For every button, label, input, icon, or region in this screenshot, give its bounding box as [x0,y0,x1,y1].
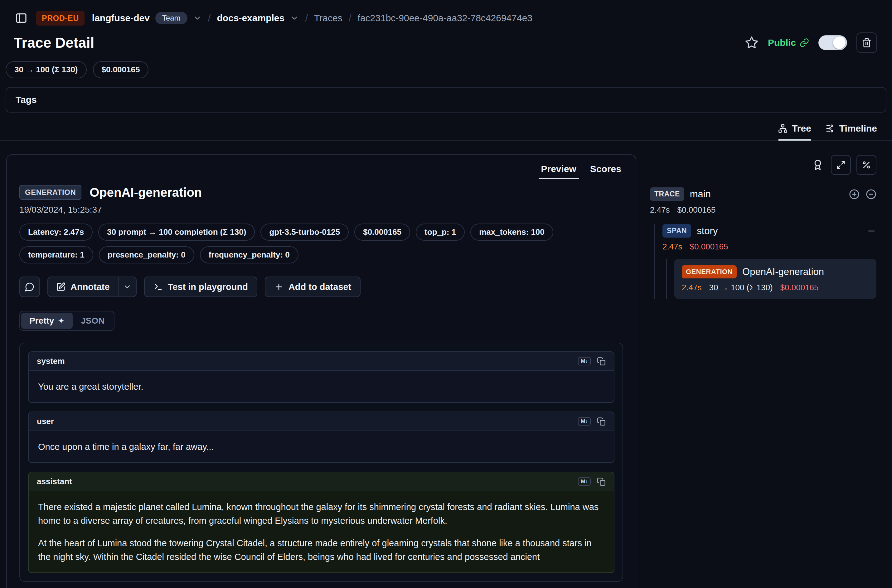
observation-timestamp: 19/03/2024, 15:25:37 [20,205,623,215]
header-actions: Public [745,32,877,53]
test-in-playground-button[interactable]: Test in playground [144,276,257,297]
message-content: There existed a majestic planet called L… [29,491,614,572]
tab-timeline[interactable]: Timeline [826,123,877,140]
breadcrumb-separator: / [305,12,308,24]
collapse-node-button[interactable] [866,226,876,236]
span-latency: 2.47s [662,242,682,252]
collapse-all-button[interactable] [866,189,876,200]
tree-node-generation-selected[interactable]: GENERATION OpenAI-generation 2.47s 30 → … [674,259,876,298]
message-system: system M↓ You are a great storyteller. [28,351,614,403]
tree-node-trace[interactable]: TRACE main [650,188,876,201]
observation-metadata-pills: Latency: 2.47s 30 prompt → 100 completio… [20,224,615,264]
chevron-down-icon [123,282,132,291]
copy-button[interactable] [597,417,606,426]
add-to-dataset-label: Add to dataset [288,282,351,292]
expand-collapse-button[interactable] [831,155,851,175]
link-icon [800,38,809,47]
message-header: user M↓ [29,412,614,431]
percent-icon [862,160,871,170]
add-to-dataset-button[interactable]: Add to dataset [265,276,360,297]
frequency-penalty-pill: frequency_penalty: 0 [200,246,299,264]
copy-button[interactable] [597,477,606,486]
copy-button[interactable] [597,357,606,366]
tab-tree-label: Tree [792,123,811,134]
view-tabs: Tree Timeline [0,112,892,141]
public-link[interactable]: Public [768,38,809,48]
award-icon [812,159,823,171]
span-badge: SPAN [662,224,691,238]
chevron-down-icon[interactable] [290,14,299,22]
message-header-icons: M↓ [578,477,606,486]
generation-type-badge: GENERATION [20,185,81,200]
generation-tokens: 30 → 100 (Σ 130) [709,283,773,292]
sidebar-toggle-button[interactable] [14,10,29,26]
format-json-option[interactable]: JSON [73,313,113,329]
trace-row-actions [849,189,876,200]
public-label: Public [768,38,796,48]
markdown-toggle-icon[interactable]: M↓ [578,477,591,486]
annotate-split-button: Annotate [47,276,137,297]
expand-all-button[interactable] [849,189,860,200]
breadcrumb: langfuse-dev Team / docs-examples / Trac… [92,12,532,24]
bookmark-star-button[interactable] [745,36,758,50]
trace-children: SPAN story 2.47s $0.000165 GENERAT [654,224,876,298]
observation-tabs: Preview Scores [7,155,636,179]
annotate-button[interactable]: Annotate [48,277,118,297]
span-name: story [697,225,718,237]
chevron-down-icon[interactable] [193,14,202,22]
public-toggle[interactable] [818,35,847,50]
model-pill[interactable]: gpt-3.5-turbo-0125 [260,224,349,241]
breadcrumb-project[interactable]: docs-examples [217,13,284,23]
markdown-toggle-icon[interactable]: M↓ [578,357,591,365]
breadcrumb-org[interactable]: langfuse-dev [92,13,150,23]
cost-pill: $0.000165 [354,224,410,241]
trace-metrics: 2.47s $0.000165 [650,205,876,215]
tree-node-span[interactable]: SPAN story [662,224,876,238]
copy-icon [597,477,606,486]
message-header: system M↓ [29,352,614,371]
tree-panel-actions [650,155,876,175]
delete-trace-button[interactable] [856,32,877,53]
format-pretty-option[interactable]: Pretty ✦ [21,313,73,329]
tab-scores[interactable]: Scores [590,164,621,179]
tab-tree[interactable]: Tree [778,123,811,140]
message-content: You are a great storyteller. [29,371,614,402]
annotation-queue-button[interactable] [810,158,825,172]
span-cost: $0.000165 [690,242,728,252]
breadcrumb-separator: / [348,12,352,24]
generation-badge: GENERATION [682,266,737,278]
observation-card: Preview Scores GENERATION OpenAI-generat… [6,154,636,588]
tags-section[interactable]: Tags [6,87,886,112]
presence-penalty-pill: presence_penalty: 0 [99,246,194,264]
message-header-icons: M↓ [578,417,606,426]
trace-tree-panel: TRACE main 2.47s $0.000165 [650,154,877,298]
timeline-icon [826,124,835,133]
generation-cost: $0.000165 [780,283,819,292]
latency-pill: Latency: 2.47s [20,224,93,241]
annotate-dropdown-button[interactable] [118,277,136,297]
span-metrics: 2.47s $0.000165 [662,242,876,252]
trace-cost: $0.000165 [677,205,716,215]
message-assistant: assistant M↓ There existed a majestic pl… [28,472,614,573]
token-usage-pill: 30 prompt → 100 completion (Σ 130) [98,224,255,241]
observation-title-row: GENERATION OpenAI-generation [20,185,623,200]
copy-icon [597,357,606,366]
trash-icon [862,38,872,48]
tree-icon [778,124,787,133]
max-tokens-pill: max_tokens: 100 [470,224,553,241]
message-user: user M↓ Once upon a time in a galaxy far… [28,411,614,463]
generation-row: GENERATION OpenAI-generation [682,266,869,278]
span-children: GENERATION OpenAI-generation 2.47s 30 → … [666,259,876,298]
breadcrumb-traces-link[interactable]: Traces [314,13,342,23]
annotate-label: Annotate [71,282,110,292]
generation-name: OpenAI-generation [742,266,824,278]
generation-latency: 2.47s [682,283,702,292]
message-paragraph: Once upon a time in a galaxy far, far aw… [38,440,604,454]
tab-preview[interactable]: Preview [541,164,577,179]
metrics-percent-button[interactable] [856,155,876,175]
temperature-pill: temperature: 1 [20,246,93,264]
sparkles-icon: ✦ [58,316,65,326]
edit-icon [56,282,66,291]
markdown-toggle-icon[interactable]: M↓ [578,417,591,426]
comment-button[interactable] [20,276,40,297]
